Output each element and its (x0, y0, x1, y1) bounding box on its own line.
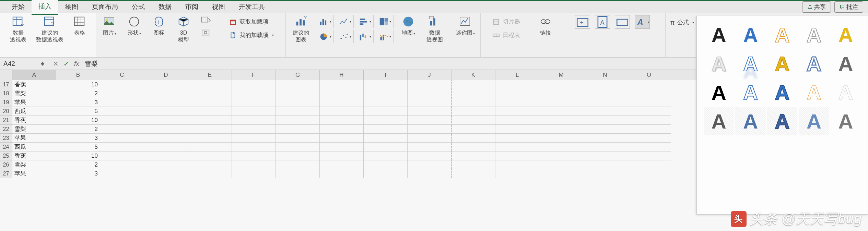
cell[interactable]: 2 (56, 125, 100, 134)
cell[interactable] (408, 169, 451, 178)
cell[interactable] (627, 116, 671, 125)
cell[interactable] (100, 89, 144, 98)
cell[interactable] (364, 107, 408, 116)
cell[interactable] (408, 134, 451, 143)
cell[interactable] (144, 160, 188, 169)
cell[interactable] (188, 107, 232, 116)
cell[interactable] (100, 134, 144, 143)
cell[interactable] (627, 169, 671, 178)
treemap-chart-button[interactable]: ▾ (377, 15, 394, 28)
cell[interactable] (583, 116, 627, 125)
cell[interactable] (188, 125, 232, 134)
wordart-style[interactable]: A (831, 78, 861, 107)
cell[interactable]: 10 (56, 151, 100, 160)
cell[interactable] (539, 151, 583, 160)
cell[interactable] (100, 98, 144, 107)
cell[interactable] (144, 134, 188, 143)
cell[interactable] (144, 169, 188, 178)
cell[interactable] (627, 98, 671, 107)
cell[interactable] (364, 89, 408, 98)
cell[interactable] (188, 169, 232, 178)
cell[interactable] (451, 89, 495, 98)
row-header[interactable]: 27 (0, 169, 12, 178)
tab-insert[interactable]: 插入 (32, 0, 58, 15)
cell[interactable]: 5 (56, 107, 100, 116)
cell[interactable] (100, 143, 144, 151)
namebox-spinner[interactable] (41, 62, 44, 66)
3d-model-button[interactable]: 3D 模型 (174, 15, 193, 43)
row-header[interactable]: 17 (0, 80, 12, 89)
my-addins-button[interactable]: 我的加载项▾ (228, 31, 275, 40)
fx-icon[interactable]: fx (74, 60, 79, 68)
wordart-style[interactable]: A (735, 21, 765, 49)
signature-button[interactable] (615, 15, 630, 29)
cell[interactable] (364, 116, 408, 125)
table-button[interactable]: 表格 (70, 15, 90, 36)
cell[interactable] (451, 160, 495, 169)
cell[interactable] (583, 89, 627, 98)
cell[interactable] (451, 151, 495, 160)
tab-pagelayout[interactable]: 页面布局 (85, 0, 125, 14)
cell[interactable] (144, 89, 188, 98)
cell[interactable]: 5 (56, 143, 100, 151)
row-header[interactable]: 21 (0, 116, 12, 125)
cell[interactable] (583, 169, 627, 178)
cell[interactable] (495, 134, 539, 143)
cell[interactable] (408, 89, 451, 98)
cell[interactable] (627, 160, 671, 169)
cell[interactable] (276, 143, 320, 151)
row-header[interactable]: 22 (0, 125, 12, 134)
cell[interactable] (188, 134, 232, 143)
cell[interactable] (276, 169, 320, 178)
cell[interactable] (100, 160, 144, 169)
cell[interactable] (495, 169, 539, 178)
cell[interactable] (408, 116, 451, 125)
tab-data[interactable]: 数据 (152, 0, 178, 14)
cell[interactable] (276, 134, 320, 143)
line-chart-button[interactable]: ▾ (337, 15, 354, 28)
cell[interactable] (232, 143, 276, 151)
row-header[interactable]: 19 (0, 98, 12, 107)
cell[interactable] (539, 169, 583, 178)
column-header[interactable]: E (188, 70, 232, 80)
cell[interactable] (451, 125, 495, 134)
cell[interactable] (495, 98, 539, 107)
cell[interactable] (100, 107, 144, 116)
cell[interactable] (408, 107, 451, 116)
map-button[interactable]: 地图▾ (398, 15, 418, 36)
link-button[interactable]: 链接 (536, 15, 555, 36)
cell[interactable] (364, 98, 408, 107)
row-header[interactable]: 24 (0, 143, 12, 151)
cell[interactable] (100, 151, 144, 160)
wordart-style[interactable]: A (799, 50, 829, 78)
column-header[interactable]: K (451, 70, 495, 80)
cell[interactable] (364, 125, 408, 134)
cell[interactable] (583, 107, 627, 116)
column-header[interactable]: B (56, 70, 100, 80)
cell[interactable]: 苹果 (12, 134, 56, 143)
cell[interactable] (100, 169, 144, 178)
cell[interactable] (627, 89, 671, 98)
wordart-style[interactable]: A (767, 107, 797, 135)
picture-button[interactable]: 图片▾ (99, 15, 119, 36)
cell[interactable]: 10 (56, 80, 100, 89)
cell[interactable] (276, 151, 320, 160)
header-footer-button[interactable]: A (595, 15, 610, 29)
shapes-button[interactable]: 形状▾ (124, 15, 144, 36)
tab-formulas[interactable]: 公式 (125, 0, 152, 14)
cell[interactable] (539, 98, 583, 107)
cell[interactable]: 雪梨 (12, 89, 56, 98)
column-header[interactable]: A (12, 70, 56, 80)
cell[interactable] (276, 107, 320, 116)
cell[interactable] (232, 98, 276, 107)
cell[interactable]: 香蕉 (12, 151, 56, 160)
name-box[interactable]: A42 (0, 58, 48, 70)
cell[interactable] (276, 80, 320, 89)
wordart-style[interactable]: A (831, 50, 861, 78)
cell[interactable] (583, 125, 627, 134)
cell[interactable]: 香蕉 (12, 80, 56, 89)
cell[interactable] (188, 160, 232, 169)
cell[interactable] (320, 134, 364, 143)
cell[interactable]: 2 (56, 160, 100, 169)
cell[interactable] (188, 89, 232, 98)
